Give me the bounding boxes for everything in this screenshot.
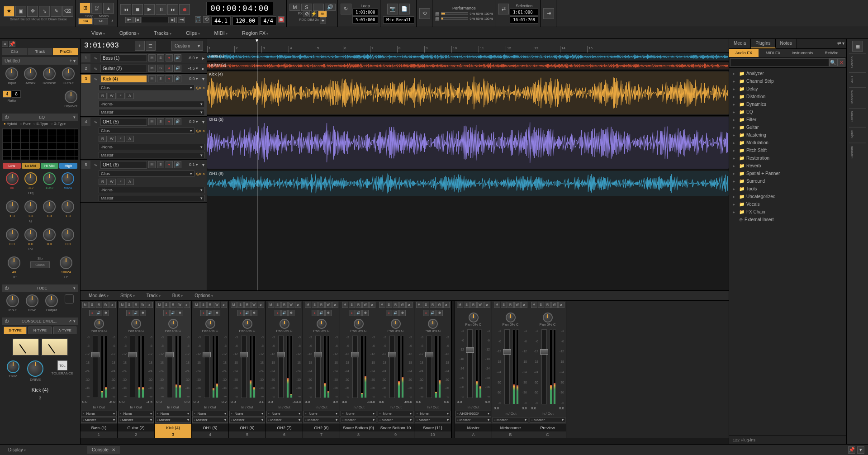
marks-button[interactable]: ▲: [103, 3, 114, 14]
menu-midi[interactable]: MIDI: [209, 28, 233, 38]
snap-res-1[interactable]: 1/4: [78, 18, 93, 24]
strip-read[interactable]: R: [318, 302, 325, 308]
track-sub-dropdown[interactable]: Master ▾: [99, 109, 205, 115]
clip-lane[interactable]: OH1 (6): [207, 170, 729, 197]
strip-name[interactable]: OH2 (7): [266, 424, 303, 431]
fader[interactable]: [204, 336, 209, 398]
fader[interactable]: [427, 336, 432, 398]
erase-tool[interactable]: ⌫: [62, 6, 73, 17]
fader[interactable]: [352, 336, 358, 398]
strip-input-route[interactable]: -None-▾: [229, 411, 265, 417]
tree-expand-icon[interactable]: ▸: [733, 79, 737, 84]
camera-button[interactable]: 📷: [387, 4, 398, 14]
drive-knob[interactable]: [27, 360, 43, 377]
q-knob-2[interactable]: [24, 200, 37, 213]
status-pin-icon[interactable]: 📌: [848, 446, 855, 454]
snap-to-button[interactable]: TOBY: [91, 3, 102, 14]
fader[interactable]: [130, 336, 135, 398]
strip-phase[interactable]: ø: [295, 302, 301, 308]
track-mute[interactable]: M: [148, 75, 156, 82]
edge-sync[interactable]: Sync: [849, 127, 866, 141]
tree-expand-icon[interactable]: ▸: [733, 125, 737, 130]
strip-read[interactable]: R: [508, 302, 514, 308]
smart-tool[interactable]: ★: [4, 6, 14, 17]
plugin-category[interactable]: ▸📁Restoration: [731, 154, 844, 162]
punch-button[interactable]: ⇥: [543, 8, 554, 19]
track-header[interactable]: 2 ∿ Guitar (2) M S 🔊 -4.5 ▾ ▸: [81, 63, 207, 74]
strip-input-route[interactable]: -None-▾: [341, 411, 376, 417]
strip-write[interactable]: W: [140, 302, 146, 308]
plugin-category[interactable]: ▸📁Dynamics: [731, 100, 844, 108]
edge-act[interactable]: ACT: [849, 72, 866, 85]
strip-arm[interactable]: [349, 310, 355, 316]
edge-btn-1[interactable]: ▦: [852, 41, 863, 52]
track-monitor[interactable]: 🔊: [174, 54, 181, 62]
position-display[interactable]: 3:01:003: [84, 42, 119, 50]
strip-monitor[interactable]: 🔊: [170, 310, 176, 316]
tree-expand-icon[interactable]: ▸: [733, 209, 737, 214]
mixer-menu-strips[interactable]: Strips: [116, 292, 139, 299]
strip-write[interactable]: W: [325, 302, 332, 308]
strip-read[interactable]: R: [96, 302, 102, 308]
snap-button[interactable]: ⊞: [80, 3, 90, 14]
track-arm[interactable]: [166, 161, 173, 168]
tree-expand-icon[interactable]: ▸: [733, 71, 737, 76]
strip-read[interactable]: R: [244, 302, 251, 308]
menu-options[interactable]: Options: [114, 28, 145, 38]
strip-phase[interactable]: ø: [109, 302, 116, 308]
plugin-category[interactable]: ▸📁Surround: [731, 177, 844, 185]
track-name-field[interactable]: Kick (4): [100, 75, 147, 83]
track-number[interactable]: 1: [81, 54, 90, 62]
track-sub-dropdown[interactable]: Clips ▾: [99, 128, 194, 134]
fx-bypass-button[interactable]: ⊘: [304, 11, 310, 17]
loop-begin-button[interactable]: ⇤: [125, 17, 133, 23]
browser-subtab-instruments[interactable]: Instruments: [788, 49, 817, 57]
status-display[interactable]: Display: [4, 446, 30, 454]
track-arm[interactable]: [166, 65, 173, 72]
strip-arm[interactable]: [275, 310, 281, 316]
strip-name[interactable]: Snare (11): [414, 424, 451, 431]
track-volume[interactable]: 0.2 ▾: [183, 119, 199, 124]
plugin-category[interactable]: ▸📁Distortion: [731, 93, 844, 100]
strip-monitor[interactable]: 🔊: [281, 310, 288, 316]
input-knob[interactable]: [5, 67, 18, 80]
strip-name[interactable]: Master: [455, 424, 492, 431]
strip-monitor[interactable]: 🔊: [430, 310, 436, 316]
edge-markers[interactable]: Markers: [849, 87, 866, 106]
strip-name[interactable]: Snare Bottom 10: [377, 424, 414, 431]
lvl-knob-3[interactable]: [43, 228, 56, 241]
strip-write[interactable]: W: [214, 302, 220, 308]
track-monitor[interactable]: 🔊: [174, 65, 181, 72]
sr-icon[interactable]: ⟲: [203, 16, 209, 23]
strip-arm[interactable]: [312, 310, 318, 316]
plugin-category[interactable]: ▸📁Channel Strip: [731, 77, 844, 85]
strip-input-route[interactable]: -None-▾: [415, 411, 451, 417]
select-tool[interactable]: ▣: [15, 6, 26, 17]
tempo-rec-button[interactable]: ⏺: [278, 16, 285, 23]
strip-phase[interactable]: ø: [332, 302, 338, 308]
strip-solo[interactable]: S: [501, 302, 507, 308]
mixer-menu-options[interactable]: Options: [190, 292, 218, 299]
tree-expand-icon[interactable]: ▸: [733, 171, 737, 176]
console-atype[interactable]: A-TYPE: [53, 327, 76, 334]
strip-monitor[interactable]: 🔊: [96, 310, 102, 316]
track-header[interactable]: 4 ∿ OH1 (5) M S 🔊 0.2 ▾ ▾ Clips ▾⏻ FXRW*…: [81, 117, 207, 160]
transport-slider[interactable]: [142, 17, 169, 23]
inspector-collapse[interactable]: «: [2, 41, 8, 47]
strip-input-route[interactable]: -None-▾: [81, 411, 117, 417]
strip-input-route[interactable]: -None-▾: [378, 411, 413, 417]
plugin-category[interactable]: ▸📁Guitar: [731, 123, 844, 131]
edit-tool[interactable]: ↘: [39, 6, 50, 17]
pan-knob[interactable]: [131, 319, 141, 329]
sel-start[interactable]: 1:01:000: [510, 9, 538, 16]
strip-write[interactable]: W: [177, 302, 183, 308]
menu-clips[interactable]: Clips: [180, 28, 205, 38]
rwxa-button[interactable]: W: [108, 136, 116, 142]
custom-dropdown[interactable]: Custom▾: [171, 41, 203, 51]
strip-phase[interactable]: ø: [484, 302, 490, 308]
pan-knob[interactable]: [280, 319, 289, 329]
pan-knob[interactable]: [469, 313, 479, 322]
tube-expand[interactable]: ▾: [73, 286, 76, 290]
strip-fx[interactable]: ✽: [399, 310, 406, 316]
rwxa-button[interactable]: *: [117, 179, 125, 185]
